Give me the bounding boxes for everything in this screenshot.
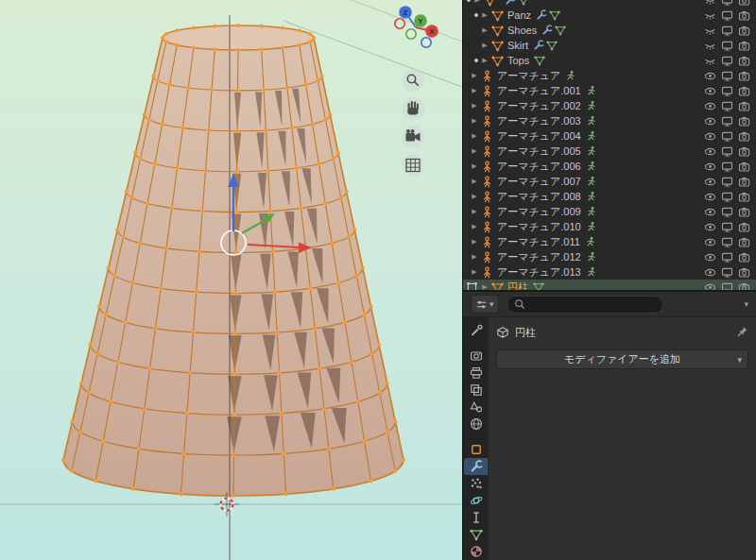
outliner-row[interactable]: ▶Tops	[463, 53, 756, 68]
disclosure-triangle-icon[interactable]: ▶	[471, 72, 478, 79]
disclosure-triangle-icon[interactable]: ▶	[481, 57, 489, 64]
search-input[interactable]	[529, 297, 656, 311]
eye-open-icon[interactable]	[704, 130, 716, 143]
tab-world[interactable]	[464, 416, 488, 433]
tab-modifiers[interactable]	[464, 458, 488, 475]
disable-viewport-icon[interactable]	[721, 206, 733, 218]
disclosure-triangle-icon[interactable]: ▶	[481, 26, 489, 34]
outliner-row[interactable]: ▶アーマチュア.010	[463, 219, 756, 234]
disable-render-icon[interactable]	[738, 130, 750, 143]
3d-viewport[interactable]: ZYX	[0, 0, 462, 560]
eye-closed-icon[interactable]	[704, 55, 716, 67]
disable-render-icon[interactable]	[738, 281, 750, 291]
eye-closed-icon[interactable]	[704, 0, 716, 7]
disable-render-icon[interactable]	[738, 176, 750, 188]
object-name[interactable]: Skirt	[507, 40, 528, 51]
object-name[interactable]: アーマチュア	[497, 69, 560, 83]
header-options-chevron-icon[interactable]: ▾	[744, 299, 748, 309]
outliner-row[interactable]: ▶Panz	[463, 8, 756, 23]
disclosure-triangle-icon[interactable]: ▶	[471, 223, 478, 230]
disable-viewport-icon[interactable]	[721, 251, 733, 263]
disable-viewport-icon[interactable]	[721, 100, 733, 112]
nav-gizmo[interactable]: ZYX	[395, 6, 438, 47]
tab-object-data[interactable]	[464, 526, 488, 543]
disclosure-triangle-icon[interactable]: ▶	[471, 178, 478, 185]
disable-viewport-icon[interactable]	[721, 266, 733, 279]
viewport-canvas[interactable]: ZYX	[0, 0, 462, 560]
tab-physics[interactable]	[464, 492, 488, 509]
disable-render-icon[interactable]	[738, 85, 750, 97]
tab-scene[interactable]	[464, 399, 488, 416]
object-name[interactable]: アーマチュア.009	[497, 205, 581, 219]
disable-render-icon[interactable]	[738, 191, 750, 203]
outliner-row[interactable]: ▶Shoes	[463, 23, 756, 38]
outliner-row[interactable]: ▶Skirt	[463, 38, 756, 53]
add-modifier-button[interactable]: モディファイアーを追加 ▾	[496, 349, 748, 369]
disable-render-icon[interactable]	[738, 251, 750, 263]
disable-render-icon[interactable]	[738, 0, 750, 7]
tab-material[interactable]	[464, 543, 488, 560]
object-name[interactable]: Panz	[507, 9, 531, 21]
disable-render-icon[interactable]	[738, 221, 750, 233]
outliner-row[interactable]: ▶アーマチュア.011	[463, 234, 756, 249]
object-name[interactable]: アーマチュア.010	[497, 220, 581, 234]
cone-mesh[interactable]	[61, 15, 405, 560]
object-name[interactable]: Tops	[507, 55, 529, 66]
disable-viewport-icon[interactable]	[721, 70, 733, 82]
outliner-row[interactable]: ▶アーマチュア.013	[463, 264, 756, 280]
eye-open-icon[interactable]	[704, 221, 716, 233]
object-name[interactable]: アーマチュア.006	[497, 160, 581, 174]
disclosure-triangle-icon[interactable]: ▶	[481, 283, 489, 290]
toggle-grid-button[interactable]	[402, 154, 424, 177]
disable-viewport-icon[interactable]	[721, 281, 733, 291]
zoom-button[interactable]	[402, 69, 424, 92]
breadcrumb-object-name[interactable]: 円柱	[515, 326, 536, 340]
disclosure-triangle-icon[interactable]: ▶	[481, 11, 489, 19]
object-name[interactable]: アーマチュア.002	[497, 99, 581, 113]
disclosure-triangle-icon[interactable]: ▶	[471, 87, 478, 94]
eye-closed-icon[interactable]	[704, 25, 716, 37]
disable-viewport-icon[interactable]	[721, 55, 733, 67]
editor-type-button[interactable]: ▾	[471, 295, 499, 314]
tab-object[interactable]	[464, 441, 488, 458]
eye-open-icon[interactable]	[704, 100, 716, 112]
outliner-row[interactable]: ▶	[463, 0, 756, 8]
object-name[interactable]: アーマチュア.013	[497, 265, 581, 280]
properties-search[interactable]	[507, 296, 663, 314]
disable-viewport-icon[interactable]	[721, 115, 733, 127]
disable-viewport-icon[interactable]	[721, 40, 733, 52]
eye-open-icon[interactable]	[704, 236, 716, 248]
disable-viewport-icon[interactable]	[721, 85, 733, 97]
disable-viewport-icon[interactable]	[721, 25, 733, 37]
object-name[interactable]: アーマチュア.012	[497, 250, 581, 264]
outliner-row[interactable]: ▶アーマチュア.002	[463, 98, 756, 113]
disable-render-icon[interactable]	[738, 115, 750, 127]
object-name[interactable]: アーマチュア.005	[497, 144, 581, 159]
disclosure-triangle-icon[interactable]: ▶	[471, 102, 478, 110]
disclosure-triangle-icon[interactable]: ▶	[471, 193, 478, 200]
eye-open-icon[interactable]	[704, 206, 716, 218]
eye-open-icon[interactable]	[704, 176, 716, 188]
disable-render-icon[interactable]	[738, 161, 750, 173]
tab-constraints[interactable]	[464, 509, 488, 526]
disable-render-icon[interactable]	[738, 145, 750, 158]
outliner-row[interactable]: ▶アーマチュア.009	[463, 204, 756, 219]
eye-closed-icon[interactable]	[704, 9, 716, 22]
camera-view-button[interactable]	[402, 126, 424, 148]
disable-render-icon[interactable]	[738, 236, 750, 248]
eye-open-icon[interactable]	[704, 266, 716, 279]
disclosure-triangle-icon[interactable]: ▶	[471, 208, 478, 215]
object-name[interactable]: Shoes	[507, 25, 537, 36]
eye-open-icon[interactable]	[704, 85, 716, 97]
outliner-row[interactable]: ▶アーマチュア.005	[463, 144, 756, 159]
disable-render-icon[interactable]	[738, 25, 750, 37]
disable-viewport-icon[interactable]	[721, 161, 733, 173]
disable-viewport-icon[interactable]	[721, 221, 733, 233]
outliner-row[interactable]: ▶アーマチュア	[463, 68, 756, 83]
disable-viewport-icon[interactable]	[721, 130, 733, 143]
eye-open-icon[interactable]	[704, 115, 716, 127]
disclosure-triangle-icon[interactable]: ▶	[471, 253, 478, 261]
pin-icon[interactable]	[736, 326, 748, 340]
object-name[interactable]: アーマチュア.001	[497, 84, 581, 98]
eye-closed-icon[interactable]	[704, 40, 716, 52]
